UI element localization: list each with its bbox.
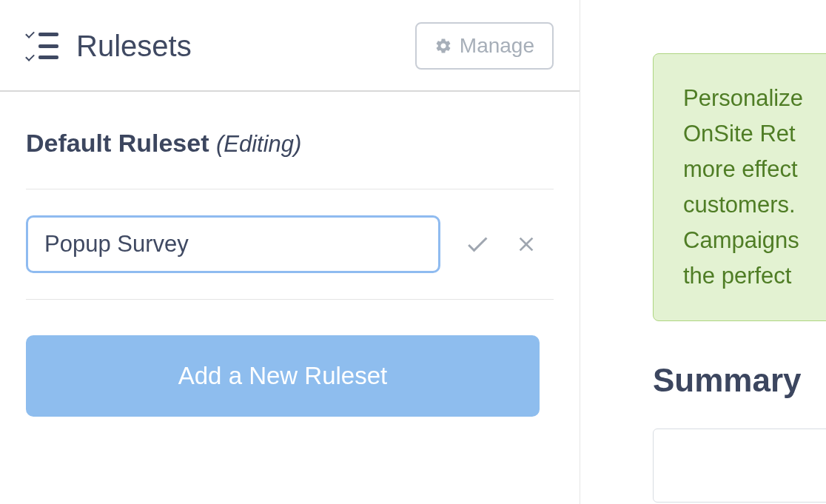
header-left: Rulesets — [26, 30, 192, 63]
divider — [26, 189, 554, 189]
add-new-ruleset-button[interactable]: Add a New Ruleset — [26, 335, 540, 417]
ruleset-name: Default Ruleset — [26, 129, 209, 157]
panel-title: Rulesets — [76, 30, 192, 63]
info-line: Personalize — [683, 81, 826, 116]
close-icon[interactable] — [514, 232, 538, 256]
check-icon[interactable] — [464, 231, 491, 258]
summary-heading: Summary — [653, 362, 826, 399]
rulesets-list-icon — [26, 31, 60, 61]
info-box: Personalize OnSite Ret more effect custo… — [653, 53, 826, 321]
divider — [26, 299, 554, 300]
right-panel: Personalize OnSite Ret more effect custo… — [653, 0, 826, 504]
info-line: more effect — [683, 152, 826, 187]
manage-button[interactable]: Manage — [415, 22, 554, 70]
ruleset-title: Default Ruleset (Editing) — [26, 129, 554, 158]
gear-icon — [434, 37, 452, 55]
info-line: the perfect — [683, 258, 826, 294]
ruleset-status: (Editing) — [216, 131, 301, 157]
panel-header: Rulesets Manage — [0, 0, 580, 92]
info-line: customers. — [683, 187, 826, 223]
content-area: Default Ruleset (Editing) Add a New Rule… — [0, 92, 580, 417]
manage-label: Manage — [460, 34, 534, 58]
info-line: OnSite Ret — [683, 116, 826, 152]
summary-box — [653, 429, 826, 503]
ruleset-name-input[interactable] — [26, 215, 440, 273]
rulesets-panel: Rulesets Manage Default Ruleset (Editing… — [0, 0, 580, 504]
info-line: Campaigns — [683, 223, 826, 258]
ruleset-input-row — [26, 215, 554, 273]
